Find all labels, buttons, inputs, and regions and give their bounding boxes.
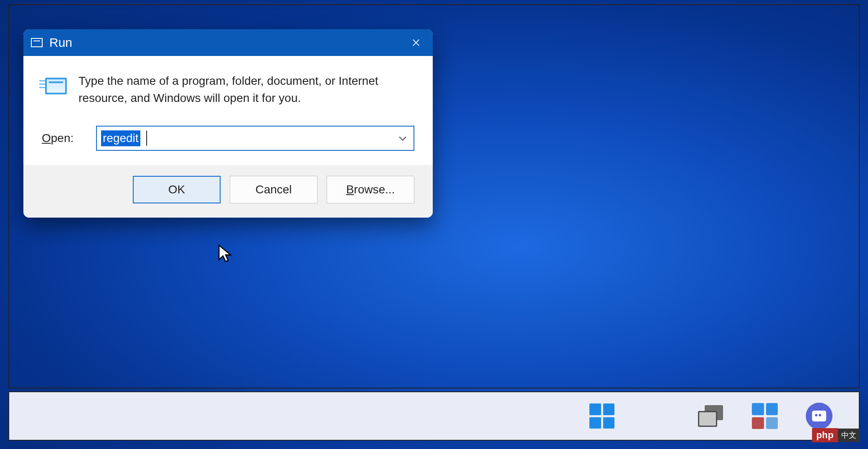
- dialog-body: Type the name of a program, folder, docu…: [23, 56, 433, 165]
- chevron-down-icon[interactable]: [397, 132, 409, 144]
- dialog-footer: OK Cancel Browse...: [23, 165, 433, 218]
- widgets-button[interactable]: [750, 401, 779, 431]
- search-icon: [642, 401, 671, 431]
- browse-button[interactable]: Browse...: [327, 176, 414, 203]
- window-title: Run: [49, 36, 404, 50]
- task-view-button[interactable]: [696, 401, 725, 431]
- run-dialog-icon: [42, 75, 67, 96]
- ok-button[interactable]: OK: [133, 176, 221, 203]
- taskbar: [8, 391, 860, 441]
- open-label: Open:: [42, 132, 87, 145]
- chat-icon: [806, 403, 832, 429]
- task-view-icon: [698, 405, 723, 427]
- start-button[interactable]: [587, 401, 617, 431]
- cancel-button[interactable]: Cancel: [230, 176, 317, 203]
- text-caret: [146, 131, 147, 146]
- close-button[interactable]: [404, 33, 429, 52]
- run-dialog: Run Type the name of a program, folder, …: [23, 29, 433, 218]
- run-titlebar-icon: [31, 38, 43, 47]
- svg-line-1: [660, 420, 668, 428]
- dialog-description: Type the name of a program, folder, docu…: [79, 73, 400, 107]
- close-icon: [411, 38, 421, 47]
- svg-point-0: [646, 406, 662, 421]
- chat-button[interactable]: [805, 401, 834, 431]
- windows-start-icon: [589, 403, 614, 429]
- titlebar[interactable]: Run: [23, 29, 433, 56]
- widgets-icon: [752, 403, 778, 429]
- search-button[interactable]: [642, 401, 671, 431]
- watermark-badge: php 中文: [812, 428, 860, 442]
- open-combobox[interactable]: regedit: [96, 126, 414, 151]
